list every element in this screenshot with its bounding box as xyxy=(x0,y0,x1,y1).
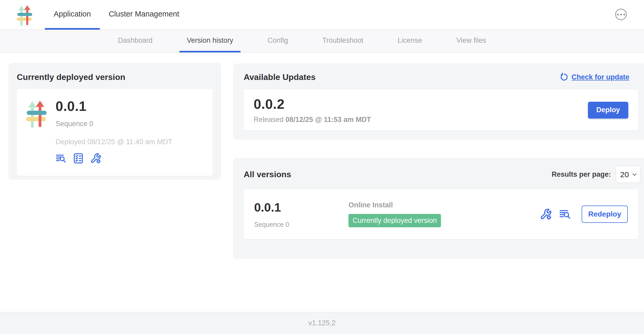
row-version-number: 0.0.1 xyxy=(254,200,348,214)
currently-deployed-badge: Currently deployed version xyxy=(348,214,441,227)
deployed-timestamp: Deployed 08/12/25 @ 11:40 am MDT xyxy=(56,138,172,146)
deployed-sequence: Sequence 0 xyxy=(56,120,172,128)
tab-application[interactable]: Application xyxy=(45,0,100,30)
app-header: Application Cluster Management xyxy=(0,0,644,30)
version-row: 0.0.1 Sequence 0 Online Install Currentl… xyxy=(244,189,638,239)
app-subnav: Dashboard Version history Config Trouble… xyxy=(0,30,644,53)
results-per-page-select[interactable]: 20 xyxy=(616,166,640,183)
update-version-number: 0.0.2 xyxy=(254,96,371,112)
available-updates-panel: Available Updates Check for update 0.0.2… xyxy=(233,63,644,140)
redeploy-button[interactable]: Redeploy xyxy=(582,206,628,223)
update-version-info: 0.0.2 Released 08/12/25 @ 11:53 am MDT xyxy=(254,96,371,124)
install-type-label: Online Install xyxy=(348,201,540,209)
results-per-page: Results per page: 20 xyxy=(552,166,640,183)
deployed-version-info: 0.0.1 Sequence 0 Deployed 08/12/25 @ 11:… xyxy=(56,98,172,166)
console-version: v1.125.2 xyxy=(308,319,336,327)
view-logs-icon[interactable] xyxy=(56,153,67,164)
update-released-timestamp: Released 08/12/25 @ 11:53 am MDT xyxy=(254,116,371,124)
row-actions: Redeploy xyxy=(540,206,628,223)
deployed-version-number: 0.0.1 xyxy=(56,98,172,114)
tab-version-history[interactable]: Version history xyxy=(179,30,241,52)
check-for-update-link[interactable]: Check for update xyxy=(559,73,629,82)
tab-config[interactable]: Config xyxy=(260,30,295,52)
tab-dashboard[interactable]: Dashboard xyxy=(111,30,160,52)
all-versions-panel: All versions Results per page: 20 0.0.1 … xyxy=(233,158,644,259)
currently-deployed-title: Currently deployed version xyxy=(17,72,213,82)
tab-troubleshoot[interactable]: Troubleshoot xyxy=(315,30,371,52)
update-version-card: 0.0.2 Released 08/12/25 @ 11:53 am MDT D… xyxy=(244,89,638,131)
edit-config-icon[interactable] xyxy=(90,153,101,164)
tab-license[interactable]: License xyxy=(390,30,429,52)
deployed-version-card: 0.0.1 Sequence 0 Deployed 08/12/25 @ 11:… xyxy=(17,89,213,176)
all-versions-title: All versions xyxy=(244,170,291,179)
overflow-menu-icon[interactable] xyxy=(615,9,627,20)
deploy-button[interactable]: Deploy xyxy=(588,102,628,118)
tab-view-files[interactable]: View files xyxy=(449,30,494,52)
page-footer: v1.125.2 xyxy=(0,312,644,334)
row-status: Online Install Currently deployed versio… xyxy=(348,201,540,227)
results-per-page-label: Results per page: xyxy=(552,170,611,179)
currently-deployed-panel: Currently deployed version 0.0.1 Sequenc… xyxy=(8,63,221,180)
check-for-update-label: Check for update xyxy=(571,73,629,81)
available-updates-title: Available Updates xyxy=(244,72,315,82)
version-history-page: Application Cluster Management Dashboard… xyxy=(0,0,644,334)
app-logo-icon xyxy=(17,5,32,25)
app-logo-icon xyxy=(26,100,47,128)
edit-config-icon[interactable] xyxy=(540,208,552,220)
row-sequence: Sequence 0 xyxy=(254,221,348,228)
preflight-checks-icon[interactable] xyxy=(73,153,84,164)
deployed-actions xyxy=(56,153,172,164)
view-logs-icon[interactable] xyxy=(559,208,571,220)
row-version-info: 0.0.1 Sequence 0 xyxy=(254,200,348,228)
refresh-icon xyxy=(559,73,568,82)
header-tabs: Application Cluster Management xyxy=(45,0,188,30)
tab-cluster-management[interactable]: Cluster Management xyxy=(100,0,188,30)
